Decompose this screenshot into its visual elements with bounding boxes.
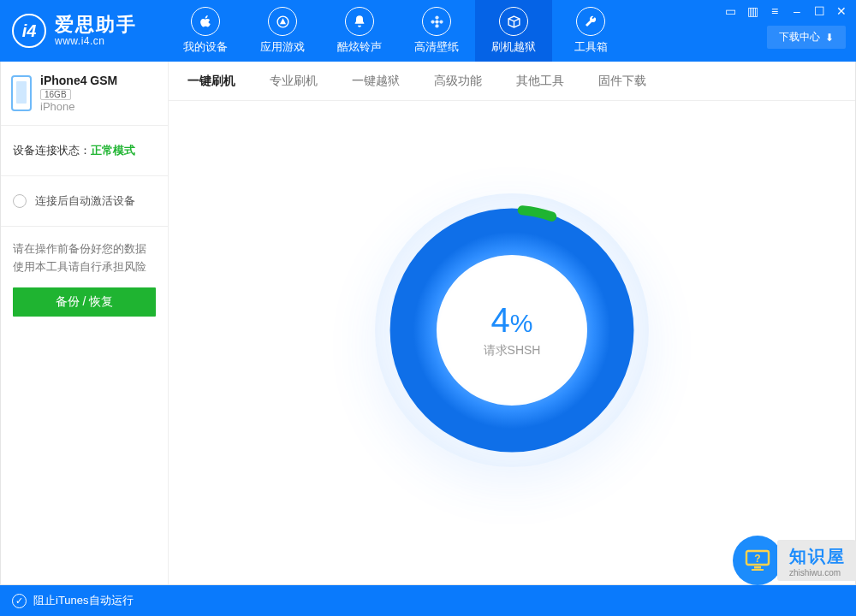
flower-icon xyxy=(422,7,451,36)
block-itunes-toggle[interactable]: 阻止iTunes自动运行 xyxy=(33,593,134,608)
auto-activate-label: 连接后自动激活设备 xyxy=(35,193,135,209)
subtab-2[interactable]: 一键越狱 xyxy=(352,72,400,91)
minimize-icon[interactable]: – xyxy=(789,3,805,19)
svg-text:?: ? xyxy=(754,553,760,565)
menu-icon[interactable]: ≡ xyxy=(767,3,782,19)
close-icon[interactable]: ✕ xyxy=(834,3,849,19)
download-center-button[interactable]: 下载中心 ⬇ xyxy=(767,26,846,49)
backup-restore-button[interactable]: 备份 / 恢复 xyxy=(13,287,156,317)
appstore-icon xyxy=(268,7,297,36)
subtab-0[interactable]: 一键刷机 xyxy=(187,72,235,91)
progress-percent: 4% xyxy=(491,301,533,340)
box-icon xyxy=(499,7,528,36)
bell-icon xyxy=(345,7,374,36)
subtab-5[interactable]: 固件下载 xyxy=(598,72,646,91)
brand-title: 爱思助手 xyxy=(55,15,137,34)
subtab-4[interactable]: 其他工具 xyxy=(516,72,564,91)
download-center-label: 下载中心 xyxy=(779,30,820,44)
subtab-3[interactable]: 高级功能 xyxy=(434,72,482,91)
svg-rect-12 xyxy=(752,569,764,571)
sidebar: iPhone4 GSM 16GB iPhone 设备连接状态：正常模式 连接后自… xyxy=(1,62,169,584)
nav-item-label: 应用游戏 xyxy=(260,39,305,55)
svg-point-3 xyxy=(435,24,438,27)
brand-url: www.i4.cn xyxy=(55,35,137,47)
nav-item-label: 高清壁纸 xyxy=(414,39,459,55)
nav-item-4[interactable]: 刷机越狱 xyxy=(475,0,552,62)
svg-point-2 xyxy=(435,15,438,19)
brand-block: i4 爱思助手 www.i4.cn xyxy=(0,0,167,62)
radio-unchecked-icon xyxy=(13,194,27,208)
main-content: 一键刷机专业刷机一键越狱高级功能其他工具固件下载 xyxy=(169,62,855,584)
notice-line-1: 请在操作前备份好您的数据 xyxy=(13,240,156,258)
nav-item-3[interactable]: 高清壁纸 xyxy=(398,0,475,62)
watermark-subtitle: zhishiwu.com xyxy=(789,568,846,578)
watermark-title: 知识屋 xyxy=(789,545,846,568)
watermark-badge: ? 知识屋 zhishiwu.com xyxy=(733,536,856,585)
svg-point-1 xyxy=(435,20,438,23)
device-icon xyxy=(11,75,32,111)
connection-status: 设备连接状态：正常模式 xyxy=(1,126,168,176)
progress-percent-unit: % xyxy=(510,309,533,337)
wrench-icon xyxy=(576,7,605,36)
progress-status-text: 请求SHSH xyxy=(484,343,541,358)
message-icon[interactable]: ▭ xyxy=(722,3,738,19)
brand-logo: i4 xyxy=(12,14,46,48)
nav-item-1[interactable]: 应用游戏 xyxy=(244,0,321,62)
notice-line-2: 使用本工具请自行承担风险 xyxy=(13,258,156,276)
status-bar: ✓ 阻止iTunes自动运行 xyxy=(0,585,856,616)
device-storage-badge: 16GB xyxy=(40,89,71,100)
download-icon: ⬇ xyxy=(825,32,834,44)
maximize-icon[interactable]: ☐ xyxy=(811,3,827,19)
svg-rect-11 xyxy=(754,566,761,569)
subtab-1[interactable]: 专业刷机 xyxy=(270,72,318,91)
status-value: 正常模式 xyxy=(91,144,135,157)
status-label: 设备连接状态： xyxy=(13,144,91,157)
main-nav: 我的设备应用游戏酷炫铃声高清壁纸刷机越狱工具箱 xyxy=(167,0,629,62)
watermark-monitor-icon: ? xyxy=(733,536,782,585)
nav-item-label: 工具箱 xyxy=(574,39,608,55)
nav-item-2[interactable]: 酷炫铃声 xyxy=(321,0,398,62)
nav-item-0[interactable]: 我的设备 xyxy=(167,0,244,62)
checkmark-icon[interactable]: ✓ xyxy=(12,594,27,608)
skin-icon[interactable]: ▥ xyxy=(745,3,760,19)
nav-item-label: 酷炫铃声 xyxy=(337,39,382,55)
nav-item-label: 我的设备 xyxy=(183,39,228,55)
device-block[interactable]: iPhone4 GSM 16GB iPhone xyxy=(1,62,168,126)
svg-point-4 xyxy=(431,20,434,23)
nav-item-5[interactable]: 工具箱 xyxy=(552,0,629,62)
svg-point-5 xyxy=(439,20,443,23)
sub-tabs: 一键刷机专业刷机一键越狱高级功能其他工具固件下载 xyxy=(169,62,855,101)
auto-activate-toggle[interactable]: 连接后自动激活设备 xyxy=(1,176,168,227)
progress-canvas: 4% 请求SHSH xyxy=(169,101,855,584)
progress-percent-value: 4 xyxy=(491,301,510,339)
device-type: iPhone xyxy=(40,100,117,113)
apple-icon xyxy=(191,7,220,36)
window-controls: ▭ ▥ ≡ – ☐ ✕ xyxy=(722,0,856,21)
app-header: i4 爱思助手 www.i4.cn 我的设备应用游戏酷炫铃声高清壁纸刷机越狱工具… xyxy=(0,0,856,62)
backup-notice: 请在操作前备份好您的数据 使用本工具请自行承担风险 xyxy=(1,227,168,287)
device-name: iPhone4 GSM xyxy=(40,74,117,87)
nav-item-label: 刷机越狱 xyxy=(491,39,536,55)
